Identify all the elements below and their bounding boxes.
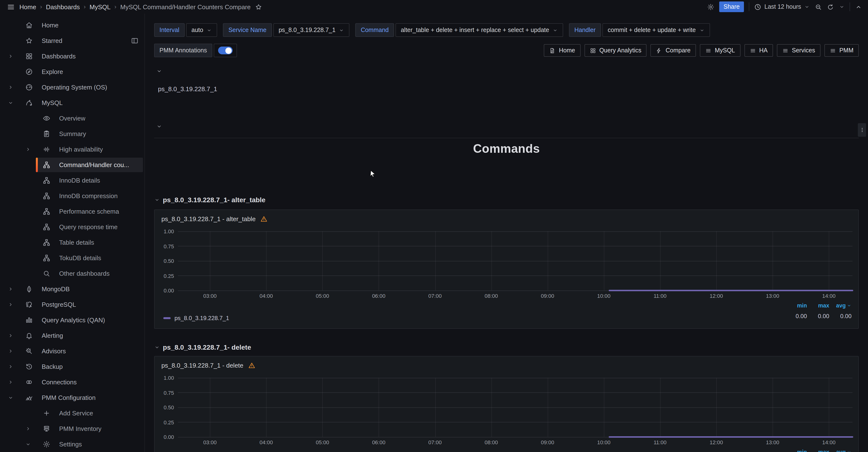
expander-chevron-icon[interactable] <box>25 441 31 447</box>
section-row-header[interactable]: ps_8.0_3.19.228.7_1- delete <box>154 343 251 351</box>
sidebar-item-command-handler-cou[interactable]: Command/Handler cou... <box>0 157 145 173</box>
variable-value-dropdown[interactable]: auto <box>186 23 217 37</box>
time-range-label: Last 12 hours <box>765 3 801 10</box>
row-collapse-icon[interactable] <box>156 68 162 74</box>
legend-stat-header-max[interactable]: max <box>818 449 829 452</box>
toggle-pill <box>218 47 232 54</box>
variable-value-dropdown[interactable]: ps_8.0_3.19.228.7_1 <box>273 23 350 37</box>
panel-header[interactable]: ps_8.0_3.19.228.7_1 - alter_table <box>160 213 852 225</box>
quick-link-compare[interactable]: Compare <box>651 44 696 57</box>
zoom-out-icon[interactable] <box>815 3 822 10</box>
sidebar-item-table-details[interactable]: Table details <box>0 235 145 250</box>
panel-header[interactable]: ps_8.0_3.19.228.7_1 - delete <box>160 359 852 371</box>
sidebar-item-label: Home <box>42 22 58 29</box>
sidebar-item-connections[interactable]: Connections <box>0 374 145 390</box>
quick-link-mysql[interactable]: MySQL <box>700 44 740 57</box>
sidebar-item-add-service[interactable]: Add Service <box>0 405 145 421</box>
refresh-icon[interactable] <box>827 3 834 10</box>
sidebar-item-query-analytics-qan[interactable]: Query Analytics (QAN) <box>0 312 145 328</box>
sidebar-item-other-dashboards[interactable]: Other dashboards <box>0 266 145 281</box>
sidebar-item-dashboards[interactable]: Dashboards <box>0 49 145 64</box>
pmm-annotations-toggle[interactable] <box>214 44 237 57</box>
sidebar-item-pmm-configuration[interactable]: PMM Configuration <box>0 390 145 405</box>
sitemap-icon <box>43 223 51 231</box>
quick-link-pmm[interactable]: PMM <box>825 44 859 57</box>
legend-series-item[interactable]: ps_8.0_3.19.228.7_1 <box>163 315 229 321</box>
menu-icon <box>830 47 836 54</box>
expander-chevron-icon[interactable] <box>8 302 13 308</box>
sidebar-item-starred[interactable]: Starred <box>0 33 145 49</box>
sidebar-item-backup[interactable]: Backup <box>0 359 145 374</box>
quick-link-home[interactable]: Home <box>544 44 580 57</box>
sitemap-icon <box>43 207 51 215</box>
sidebar-item-alerting[interactable]: Alerting <box>0 328 145 343</box>
expander-chevron-icon[interactable] <box>8 348 13 354</box>
expander-chevron-icon[interactable] <box>8 364 13 370</box>
sidebar-item-settings[interactable]: Settings <box>0 436 145 452</box>
sidebar-item-tokudb-details[interactable]: TokuDB details <box>0 250 145 266</box>
sidebar-item-postgresql[interactable]: PostgreSQL <box>0 297 145 312</box>
share-button[interactable]: Share <box>719 1 744 12</box>
legend: ps_8.0_3.19.228.7_1minmaxavg0.000.000.00 <box>160 299 852 323</box>
panel-divider-line <box>154 138 859 138</box>
row-collapse-icon[interactable] <box>156 123 162 130</box>
sidebar-item-home[interactable]: Home <box>0 18 145 33</box>
sidebar-item-mongodb[interactable]: MongoDB <box>0 281 145 297</box>
sidebar-item-performance-schema[interactable]: Performance schema <box>0 204 145 219</box>
legend-stat-header-avg[interactable]: avg <box>836 449 851 452</box>
breadcrumb-item[interactable]: Home <box>20 3 36 10</box>
sidebar-item-advisors[interactable]: Advisors <box>0 343 145 359</box>
sidebar-item-query-response-time[interactable]: Query response time <box>0 219 145 235</box>
y-tick-label: 0.00 <box>163 434 174 440</box>
sidebar-item-high-availability[interactable]: High availability <box>0 142 145 157</box>
expander-chevron-icon[interactable] <box>8 84 13 90</box>
dashboard-settings-icon[interactable] <box>707 3 714 10</box>
sidebar-item-explore[interactable]: Explore <box>0 64 145 80</box>
warning-icon[interactable] <box>260 215 268 222</box>
legend-stat-header-min[interactable]: min <box>797 449 807 452</box>
expander-chevron-icon[interactable] <box>25 426 31 432</box>
x-tick-label: 08:00 <box>485 293 498 299</box>
expander-chevron-icon[interactable] <box>25 146 31 152</box>
section-row-header[interactable]: ps_8.0_3.19.228.7_1- alter_table <box>154 196 265 204</box>
chevron-down-icon <box>207 27 212 33</box>
expander-chevron-icon[interactable] <box>8 100 13 106</box>
expander-chevron-icon[interactable] <box>8 286 13 292</box>
panel-title: ps_8.0_3.19.228.7_1 - alter_table <box>161 215 256 222</box>
variable-value-dropdown[interactable]: alter_table + delete + insert + replace … <box>396 23 563 37</box>
hamburger-menu-icon[interactable] <box>7 3 15 11</box>
x-tick-label: 12:00 <box>710 293 723 299</box>
time-range-picker[interactable]: Last 12 hours <box>754 3 810 10</box>
sidebar-item-mysql[interactable]: MySQL <box>0 95 145 111</box>
sidebar-item-pmm-inventory[interactable]: PMM Inventory <box>0 421 145 436</box>
sidebar-item-innodb-compression[interactable]: InnoDB compression <box>0 188 145 204</box>
sidebar-item-operating-system-os[interactable]: Operating System (OS) <box>0 80 145 95</box>
sidebar-item-innodb-details[interactable]: InnoDB details <box>0 173 145 188</box>
warning-icon[interactable] <box>248 362 255 369</box>
breadcrumb-item[interactable]: MySQL <box>90 3 111 10</box>
x-tick-label: 06:00 <box>372 293 385 299</box>
quick-link-services[interactable]: Services <box>777 44 820 57</box>
legend-stat-header-min[interactable]: min <box>797 303 807 308</box>
favorite-star-icon[interactable] <box>255 3 262 10</box>
legend-stat-header-avg[interactable]: avg <box>836 303 851 308</box>
series-line <box>178 378 852 437</box>
refresh-interval-chevron-icon[interactable] <box>839 4 845 10</box>
expander-chevron-icon[interactable] <box>8 379 13 385</box>
breadcrumb-item[interactable]: Dashboards <box>46 3 80 10</box>
expander-chevron-icon[interactable] <box>8 53 13 59</box>
sidebar-item-summary[interactable]: Summary <box>0 126 145 142</box>
wave-icon <box>43 145 51 153</box>
quick-link-query-analytics[interactable]: Query Analytics <box>584 44 647 57</box>
legend-stat-header-max[interactable]: max <box>818 303 829 308</box>
panel-menu-kebab-button[interactable] <box>858 123 866 137</box>
sidebar-item-overview[interactable]: Overview <box>0 111 145 126</box>
expander-chevron-icon[interactable] <box>8 395 13 401</box>
chart-panel-alter-table: ps_8.0_3.19.228.7_1 - alter_table 1.000.… <box>154 209 859 329</box>
collapse-topbar-icon[interactable] <box>855 3 862 10</box>
dock-sidebar-icon[interactable] <box>131 37 138 45</box>
expander-chevron-icon[interactable] <box>8 333 13 339</box>
y-axis: 1.000.750.500.250.00 <box>160 378 178 437</box>
quick-link-ha[interactable]: HA <box>744 44 773 57</box>
variable-value-dropdown[interactable]: commit + delete + update + write <box>602 23 710 37</box>
